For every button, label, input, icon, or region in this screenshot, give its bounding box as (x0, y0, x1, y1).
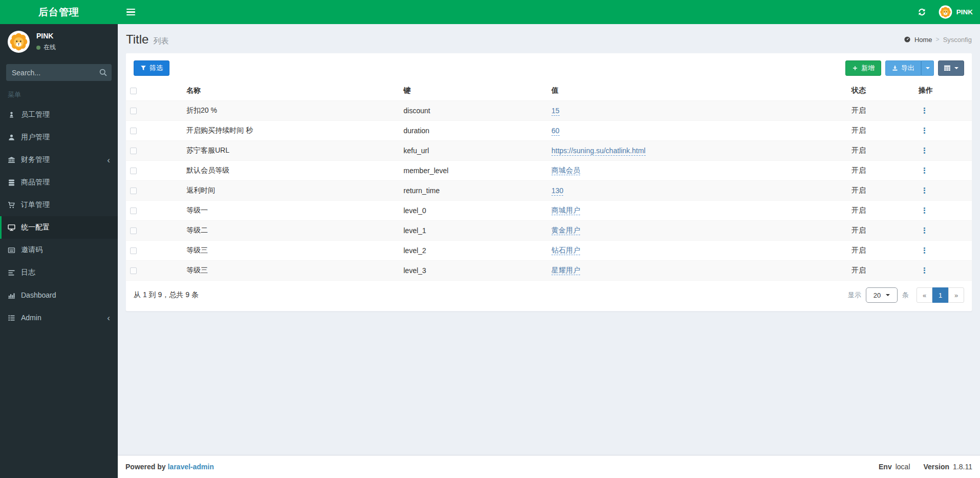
breadcrumb-current: Sysconfig (943, 36, 972, 44)
value-editable-link[interactable]: 60 (551, 127, 560, 136)
row-actions-button[interactable]: ⋮ (919, 166, 930, 175)
laravel-admin-link[interactable]: laravel-admin (167, 463, 214, 471)
row-actions-button[interactable]: ⋮ (919, 106, 930, 115)
list-icon (8, 314, 15, 322)
version-value: 1.8.11 (953, 463, 972, 471)
page-1-button[interactable]: 1 (932, 287, 948, 303)
cell-status: 开启 (847, 101, 914, 121)
header-key: 键 (399, 81, 547, 101)
grid-box: 筛选 新增 导出 (125, 53, 972, 311)
top-navbar: 后台管理 PINK (0, 0, 980, 24)
dashboard-gauge-icon (904, 36, 911, 43)
row-actions-button[interactable]: ⋮ (919, 226, 930, 235)
database-icon (8, 179, 15, 186)
row-checkbox[interactable] (130, 247, 137, 254)
sidebar-item[interactable]: 员工管理 ‹ (0, 103, 118, 126)
caret-down-icon (926, 67, 930, 69)
row-actions-button[interactable]: ⋮ (919, 126, 930, 135)
cell-key: kefu_url (399, 141, 547, 161)
sidebar-menu: 员工管理 ‹ 用户管理 ‹ 财务管理 ‹ 商品管理 ‹ (0, 103, 118, 329)
header-action: 操作 (914, 81, 972, 101)
per-page-select[interactable]: 20 (866, 287, 898, 303)
row-actions-button[interactable]: ⋮ (919, 266, 930, 275)
sidebar-item[interactable]: 订单管理 ‹ (0, 194, 118, 216)
cell-status: 开启 (847, 141, 914, 161)
row-checkbox[interactable] (130, 188, 137, 194)
row-checkbox[interactable] (130, 168, 137, 174)
cell-name: 折扣20 % (182, 101, 399, 121)
sidebar-item[interactable]: 日志 ‹ (0, 261, 118, 284)
cell-status: 开启 (847, 261, 914, 281)
header-status: 状态 (847, 81, 914, 101)
breadcrumb: Home > Sysconfig (904, 36, 972, 44)
table-row: 返利时间 return_time 130 开启 ⋮ (126, 181, 972, 201)
export-button[interactable]: 导出 (885, 60, 921, 76)
page-subtitle: 列表 (153, 36, 168, 45)
sidebar-item[interactable]: 财务管理 ‹ (0, 149, 118, 171)
rows-summary: 从 1 到 9，总共 9 条 (134, 290, 199, 300)
cell-key: level_0 (399, 201, 547, 221)
app-logo[interactable]: 后台管理 (0, 0, 118, 24)
breadcrumb-home-link[interactable]: Home (914, 36, 932, 44)
online-status-label: 在线 (44, 43, 56, 52)
config-table: 名称 键 值 状态 操作 折扣20 % discount 15 (126, 81, 972, 281)
cell-name: 开启购买持续时间 秒 (182, 121, 399, 141)
cell-key: member_level (399, 161, 547, 181)
user-menu-button[interactable]: PINK (933, 0, 980, 24)
row-actions-button[interactable]: ⋮ (919, 246, 930, 255)
cell-name: 默认会员等级 (182, 161, 399, 181)
next-page-button[interactable]: » (948, 287, 964, 303)
row-checkbox[interactable] (130, 108, 137, 114)
table-row: 苏宁客服URL kefu_url https://suning.su/chatl… (126, 141, 972, 161)
cell-key: discount (399, 101, 547, 121)
search-submit-button[interactable] (99, 68, 108, 77)
filter-button[interactable]: 筛选 (134, 60, 169, 76)
column-selector-button[interactable] (938, 60, 964, 76)
sidebar-item[interactable]: 商品管理 ‹ (0, 171, 118, 194)
sidebar-item[interactable]: 统一配置 ‹ (0, 216, 118, 239)
row-checkbox[interactable] (130, 128, 137, 134)
version-label: Version (924, 463, 950, 471)
row-checkbox[interactable] (130, 267, 137, 274)
value-editable-link[interactable]: 星耀用户 (551, 266, 580, 275)
sidebar-item[interactable]: 邀请码 ‹ (0, 239, 118, 261)
value-editable-link[interactable]: 15 (551, 107, 560, 116)
row-actions-button[interactable]: ⋮ (919, 146, 930, 155)
table-row: 等级三 level_2 钻石用户 开启 ⋮ (126, 241, 972, 261)
row-checkbox[interactable] (130, 227, 137, 234)
add-button[interactable]: 新增 (845, 60, 881, 76)
app-title: 后台管理 (38, 6, 79, 19)
sidebar-item-label: 订单管理 (21, 200, 50, 210)
sidebar-toggle-button[interactable] (118, 0, 144, 24)
value-editable-link[interactable]: 钻石用户 (551, 246, 580, 255)
row-actions-button[interactable]: ⋮ (919, 186, 930, 195)
pagination: « 1 » (917, 287, 964, 303)
value-editable-link[interactable]: 黄金用户 (551, 226, 580, 235)
user-status: 在线 (36, 43, 56, 52)
row-actions-button[interactable]: ⋮ (919, 206, 930, 215)
cell-key: return_time (399, 181, 547, 201)
cell-status: 开启 (847, 221, 914, 241)
select-all-checkbox[interactable] (130, 88, 137, 94)
value-editable-link[interactable]: 商城用户 (551, 206, 580, 215)
export-dropdown-button[interactable] (921, 60, 934, 76)
hamburger-icon (126, 9, 135, 10)
per-page-label: 显示 (848, 290, 861, 300)
sidebar-item[interactable]: 用户管理 ‹ (0, 126, 118, 149)
cell-status: 开启 (847, 241, 914, 261)
cell-name: 等级一 (182, 201, 399, 221)
row-checkbox[interactable] (130, 148, 137, 154)
value-editable-link[interactable]: 130 (551, 186, 563, 196)
refresh-button[interactable] (910, 0, 933, 24)
prev-page-button[interactable]: « (917, 287, 932, 303)
value-editable-link[interactable]: https://suning.su/chatlink.html (551, 147, 646, 156)
search-input[interactable] (6, 64, 112, 81)
row-checkbox[interactable] (130, 207, 137, 214)
staff-icon (8, 111, 15, 119)
sidebar-item[interactable]: Dashboard ‹ (0, 284, 118, 306)
align-left-icon (8, 269, 15, 277)
grid-icon (944, 65, 951, 72)
content-header: Title列表 Home > Sysconfig (118, 24, 980, 53)
sidebar-item[interactable]: Admin ‹ (0, 306, 118, 329)
value-editable-link[interactable]: 商城会员 (551, 166, 580, 175)
